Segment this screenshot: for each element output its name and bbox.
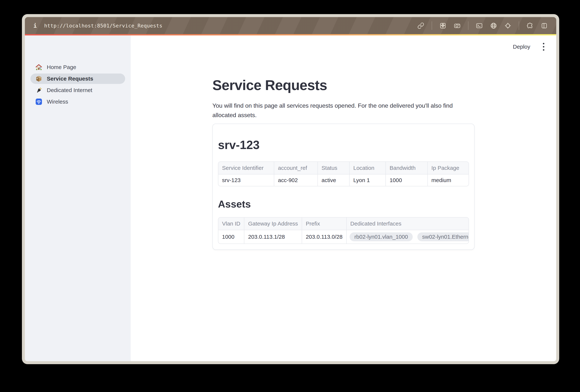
toolbar-actions — [417, 21, 548, 30]
cell-bandwidth: 1000 — [385, 174, 427, 186]
app-body: Home Page Service Requests Dedicated Int… — [25, 35, 556, 361]
service-table-header-row: Service Identifier account_ref Status Lo… — [218, 162, 469, 174]
url-text[interactable]: http://localhost:8501/Service_Requests — [44, 23, 162, 29]
column-header: Bandwidth — [385, 162, 427, 174]
deploy-button[interactable]: Deploy — [513, 44, 530, 50]
column-header: Service Identifier — [218, 162, 274, 174]
browser-toolbar: i http://localhost:8501/Service_Requests — [25, 17, 556, 34]
column-header: Dedicated Interfaces — [346, 218, 469, 230]
column-header: account_ref — [274, 162, 317, 174]
package-icon — [35, 75, 42, 82]
sidebar-item-home-page[interactable]: Home Page — [30, 62, 125, 72]
home-icon — [35, 64, 42, 71]
cell-vlan-id: 1000 — [218, 230, 244, 244]
column-header: Ip Package — [427, 162, 469, 174]
sidebar-item-label: Dedicated Internet — [47, 87, 92, 93]
globe-icon[interactable] — [490, 22, 497, 29]
assets-table: Vlan ID Gateway Ip Address Prefix Dedica… — [218, 217, 469, 244]
interface-badge: sw02-lyn01.Ethernet4 — [417, 232, 469, 241]
app-header-actions: Deploy — [513, 42, 546, 52]
plug-icon — [35, 87, 42, 94]
table-row: srv-123 acc-902 active Lyon 1 1000 mediu… — [218, 174, 469, 186]
image-icon[interactable] — [439, 22, 446, 29]
terminal-icon[interactable] — [476, 22, 483, 29]
cell-ip-package: medium — [427, 174, 469, 186]
kebab-menu-icon[interactable] — [541, 42, 546, 52]
sidebar-item-label: Home Page — [47, 64, 76, 70]
site-info-icon[interactable]: i — [33, 22, 37, 29]
camera-icon[interactable] — [454, 22, 461, 29]
puzzle-icon[interactable] — [527, 22, 533, 29]
column-header: Location — [349, 162, 385, 174]
link-icon[interactable] — [417, 22, 424, 29]
assets-table-header-row: Vlan ID Gateway Ip Address Prefix Dedica… — [218, 218, 469, 230]
address-bar[interactable]: i http://localhost:8501/Service_Requests — [33, 22, 162, 29]
main-panel: Deploy Service Requests You will find on… — [131, 35, 556, 361]
service-id-heading: srv-123 — [218, 138, 469, 152]
cell-dedicated-interfaces: rb02-lyn01.vlan_1000 sw02-lyn01.Ethernet… — [346, 230, 469, 244]
sidebar-item-wireless[interactable]: Wireless — [30, 97, 125, 107]
sidebar-item-label: Service Requests — [47, 76, 93, 82]
wireless-icon — [35, 98, 42, 105]
sidebar: Home Page Service Requests Dedicated Int… — [25, 35, 131, 361]
table-row: 1000 203.0.113.1/28 203.0.113.0/28 rb02-… — [218, 230, 469, 244]
column-header: Gateway Ip Address — [244, 218, 301, 230]
cell-status: active — [317, 174, 349, 186]
page-content: Service Requests You will find on this p… — [212, 35, 474, 250]
toolbar-divider — [519, 21, 519, 30]
service-request-card: srv-123 Service Identifier account_ref — [212, 124, 474, 250]
cell-prefix: 203.0.113.0/28 — [302, 230, 346, 244]
assets-heading: Assets — [218, 198, 469, 210]
cell-service-identifier: srv-123 — [218, 174, 274, 186]
page-title: Service Requests — [212, 77, 474, 93]
cell-location: Lyon 1 — [349, 174, 385, 186]
crosshair-icon[interactable] — [504, 22, 511, 29]
cell-account-ref: acc-902 — [274, 174, 317, 186]
status-decoration-bar — [25, 34, 556, 35]
interface-badge: rb02-lyn01.vlan_1000 — [350, 232, 413, 241]
toolbar-divider — [432, 21, 432, 30]
browser-window: i http://localhost:8501/Service_Requests — [22, 14, 559, 364]
toolbar-divider — [468, 21, 468, 30]
column-header: Prefix — [302, 218, 346, 230]
page-description: You will find on this page all services … — [212, 101, 474, 120]
cell-gateway-ip: 203.0.113.1/28 — [244, 230, 301, 244]
service-table: Service Identifier account_ref Status Lo… — [218, 161, 469, 186]
column-header: Status — [317, 162, 349, 174]
sidebar-item-label: Wireless — [47, 99, 68, 105]
sidebar-item-service-requests[interactable]: Service Requests — [30, 74, 125, 84]
split-view-icon[interactable] — [541, 22, 548, 29]
sidebar-item-dedicated-internet[interactable]: Dedicated Internet — [30, 85, 125, 95]
column-header: Vlan ID — [218, 218, 244, 230]
